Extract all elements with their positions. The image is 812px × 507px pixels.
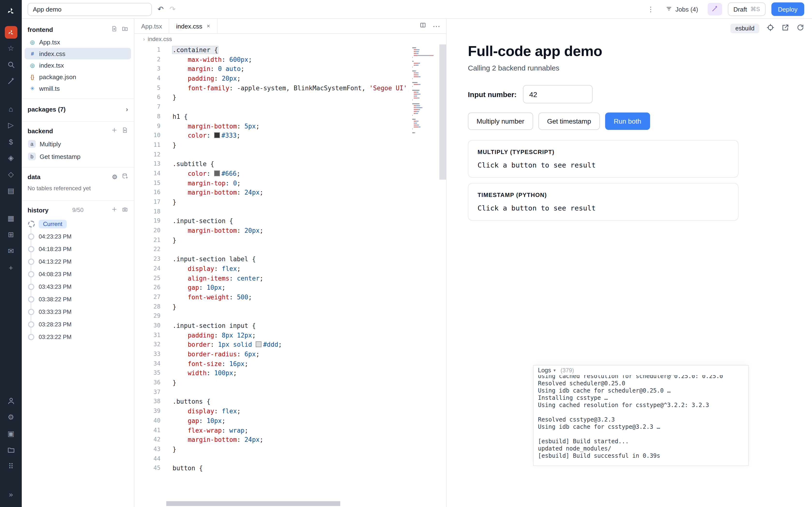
plus-icon[interactable]: + <box>4 261 18 274</box>
star-icon[interactable]: ☆ <box>4 42 18 55</box>
play-icon[interactable]: ▷ <box>4 118 18 132</box>
ai-wand-button[interactable] <box>708 3 722 15</box>
code-line: 3 margin: 0 auto; <box>134 64 408 74</box>
multiply-number-button[interactable]: Multiply number <box>468 113 533 130</box>
log-line: [esbuild] Build successful in 0.39s <box>538 452 744 460</box>
number-input[interactable]: 42 <box>523 85 593 103</box>
code-line: 13.subtitle { <box>134 160 408 169</box>
add-runnable-icon[interactable] <box>111 127 117 135</box>
more-menu-icon[interactable]: ⋮ <box>646 5 656 13</box>
user-icon[interactable] <box>4 394 18 407</box>
line-number: 37 <box>134 388 167 397</box>
deploy-button[interactable]: Deploy <box>771 2 804 16</box>
line-number: 7 <box>134 102 167 112</box>
sidebar-file-index.css[interactable]: #index.css <box>24 48 131 59</box>
history-entry[interactable]: 04:23:23 PM <box>22 230 134 243</box>
mail-icon[interactable]: ✉ <box>4 244 18 258</box>
vertical-scrollbar[interactable] <box>439 44 446 180</box>
box-icon[interactable]: ▣ <box>4 427 18 440</box>
undo-icon[interactable]: ↶ <box>158 5 164 13</box>
flow-icon[interactable]: ⊞ <box>4 228 18 241</box>
jobs-button[interactable]: Jobs (4) <box>662 3 702 15</box>
split-editor-icon[interactable] <box>419 22 426 31</box>
expand-icon[interactable]: » <box>4 487 18 501</box>
breadcrumb-file: index.css <box>148 36 172 43</box>
draft-button[interactable]: Draft ⌘S <box>728 2 765 16</box>
component-picker-icon[interactable] <box>767 24 774 33</box>
dollar-icon[interactable]: $ <box>4 135 18 148</box>
page-subtitle: Calling 2 backend runnables <box>468 64 791 72</box>
layers-icon[interactable]: ▤ <box>4 184 18 198</box>
code-line: 36} <box>134 378 408 388</box>
code-area[interactable]: 1.container {2 max-width: 600px;3 margin… <box>134 44 446 507</box>
history-entry[interactable]: 03:28:23 PM <box>22 318 134 331</box>
jobs-label: Jobs (4) <box>675 6 698 13</box>
breadcrumb[interactable]: › index.css <box>134 34 446 44</box>
history-dot <box>28 334 34 340</box>
backend-runnable-Get timestamp[interactable]: bGet timestamp <box>22 150 134 163</box>
history-entry[interactable]: 04:08:23 PM <box>22 268 134 281</box>
minimap[interactable] <box>412 47 438 134</box>
history-timestamp: 03:28:23 PM <box>39 321 71 328</box>
folder-icon[interactable] <box>4 443 18 457</box>
new-folder-icon[interactable] <box>122 25 128 33</box>
run-both-button[interactable]: Run both <box>605 113 650 130</box>
add-table-icon[interactable] <box>122 173 128 181</box>
packages-label: packages (7) <box>28 106 66 113</box>
refresh-icon[interactable] <box>797 24 804 33</box>
history-timestamp: 04:08:23 PM <box>39 271 71 278</box>
bundler-badge[interactable]: esbuild <box>730 24 759 33</box>
tab-index.css[interactable]: index.css× <box>169 19 217 33</box>
backend-runnable-Multiply[interactable]: aMultiply <box>22 137 134 150</box>
sidebar-file-index.tsx[interactable]: ◎index.tsx <box>24 59 131 71</box>
camera-icon[interactable] <box>122 206 128 214</box>
history-timestamp: 04:13:22 PM <box>39 258 71 265</box>
code-line: 1.container { <box>134 45 408 55</box>
logs-content[interactable]: Using cached resolution for scheduler@^0… <box>534 373 748 460</box>
code-line: 42 margin-bottom: 24px; <box>134 435 408 445</box>
history-entry[interactable]: 03:33:23 PM <box>22 306 134 318</box>
code-line: 29 <box>134 312 408 321</box>
new-file-icon[interactable] <box>111 25 117 33</box>
app-name-input[interactable]: App demo <box>28 3 152 16</box>
history-entry[interactable]: 03:38:22 PM <box>22 293 134 306</box>
app-tile[interactable] <box>5 26 17 39</box>
line-number: 23 <box>134 255 167 264</box>
code-line: 43} <box>134 445 408 454</box>
resources-icon[interactable]: ◈ <box>4 151 18 165</box>
sidebar-file-App.tsx[interactable]: ◎App.tsx <box>24 36 131 48</box>
code-line: 41 flex-wrap: wrap; <box>134 426 408 435</box>
data-settings-icon[interactable]: ⚙ <box>112 173 117 180</box>
sidebar-file-wmill.ts[interactable]: ✳wmill.ts <box>24 82 131 94</box>
editor-more-icon[interactable]: ⋯ <box>433 21 440 31</box>
logs-header[interactable]: Logs ▾ (379) <box>534 365 748 375</box>
redo-icon[interactable]: ↷ <box>169 5 175 13</box>
card-title: MULTIPLY (TYPESCRIPT) <box>477 149 729 156</box>
windmill-logo[interactable] <box>4 4 18 18</box>
send-icon[interactable]: ◇ <box>4 168 18 181</box>
open-external-icon[interactable] <box>781 24 789 33</box>
history-entry[interactable]: 03:23:22 PM <box>22 331 134 343</box>
get-timestamp-button[interactable]: Get timestamp <box>539 113 600 130</box>
settings-icon[interactable]: ⚙ <box>4 410 18 424</box>
add-snapshot-icon[interactable] <box>111 206 117 214</box>
sidebar-file-package.json[interactable]: {}package.json <box>24 71 131 82</box>
grid-icon[interactable]: ⠿ <box>4 460 18 473</box>
code-lines: 1.container {2 max-width: 600px;3 margin… <box>134 45 408 507</box>
calendar-icon[interactable]: ▦ <box>4 212 18 225</box>
history-entry[interactable]: 03:43:23 PM <box>22 281 134 293</box>
code-line: 28} <box>134 302 408 312</box>
home-icon[interactable]: ⌂ <box>4 102 18 115</box>
file-label: package.json <box>39 73 76 80</box>
wand-icon[interactable] <box>4 74 18 88</box>
horizontal-scrollbar[interactable] <box>166 501 340 506</box>
history-entry[interactable]: 04:18:23 PM <box>22 243 134 256</box>
packages-row[interactable]: packages (7) › <box>22 101 134 117</box>
history-entry[interactable]: 04:13:22 PM <box>22 256 134 268</box>
new-script-icon[interactable] <box>122 127 128 135</box>
draft-label: Draft <box>733 6 747 13</box>
close-tab-icon[interactable]: × <box>207 23 210 30</box>
tab-App.tsx[interactable]: App.tsx <box>134 19 169 33</box>
search-icon[interactable] <box>4 58 18 71</box>
history-current[interactable]: Current <box>22 218 134 230</box>
